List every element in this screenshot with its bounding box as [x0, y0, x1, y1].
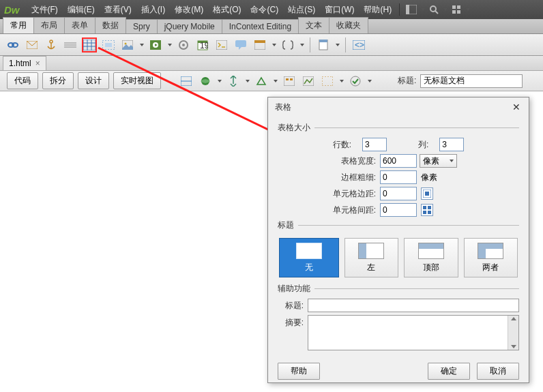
summary-label: 摘要:: [278, 315, 308, 329]
svg-rect-43: [284, 76, 295, 86]
cancel-button[interactable]: 取消: [477, 363, 519, 380]
header-left-option[interactable]: 左: [344, 238, 399, 277]
server-include-icon[interactable]: [214, 37, 229, 52]
scrollbar[interactable]: [508, 316, 518, 350]
templates-icon[interactable]: [316, 37, 331, 52]
cellspacing-input[interactable]: [380, 203, 417, 217]
table-dialog: 表格 ✕ 表格大小 行数: 列: 表格宽度: 像素 边框粗细: 像素 单元格边距…: [267, 97, 529, 383]
caption-input[interactable]: [308, 299, 519, 312]
svg-rect-35: [254, 40, 265, 43]
menu-edit[interactable]: 编辑(E): [63, 4, 100, 16]
width-input[interactable]: [380, 154, 417, 168]
app-logo: Dw: [4, 4, 20, 16]
page-title-input[interactable]: [420, 74, 523, 88]
head-icon[interactable]: [252, 37, 267, 52]
svg-rect-7: [457, 10, 460, 14]
menu-modify[interactable]: 修改(M): [170, 4, 208, 16]
cols-input[interactable]: [439, 138, 464, 151]
svg-rect-45: [290, 78, 293, 80]
menu-commands[interactable]: 命令(C): [246, 4, 283, 16]
header-top-option[interactable]: 顶部: [404, 238, 458, 277]
livecode-icon[interactable]: [179, 74, 194, 89]
ok-button[interactable]: 确定: [428, 363, 470, 380]
hyperlink-icon[interactable]: [5, 37, 20, 52]
tab-forms[interactable]: 表单: [64, 17, 96, 33]
cols-label: 列:: [418, 139, 432, 151]
view-options-icon[interactable]: [301, 74, 316, 89]
menu-window[interactable]: 窗口(W): [320, 4, 359, 16]
cellpadding-label: 单元格边距:: [278, 188, 380, 200]
help-button[interactable]: 帮助: [278, 363, 320, 380]
menu-site[interactable]: 站点(S): [283, 4, 320, 16]
close-icon[interactable]: ×: [35, 59, 40, 68]
width-unit-select[interactable]: 像素: [420, 154, 457, 168]
script-icon[interactable]: [280, 37, 295, 52]
tab-favorites[interactable]: 收藏夹: [329, 17, 368, 33]
layout-icon[interactable]: [405, 3, 418, 16]
tab-layout[interactable]: 布局: [33, 17, 65, 33]
tab-jquery[interactable]: jQuery Mobile: [157, 19, 222, 33]
svg-rect-51: [425, 192, 429, 196]
dialog-title: 表格: [275, 102, 291, 113]
svg-line-3: [435, 11, 438, 14]
date-icon[interactable]: 19: [195, 37, 210, 52]
tab-spry[interactable]: Spry: [126, 19, 158, 33]
svg-rect-54: [423, 211, 426, 214]
menu-file[interactable]: 文件(F): [27, 4, 63, 16]
header-none-option[interactable]: 无: [279, 238, 339, 277]
media-icon[interactable]: [148, 37, 163, 52]
menu-view[interactable]: 查看(V): [100, 4, 136, 16]
header-both-option[interactable]: 两者: [464, 238, 518, 277]
preview-icon[interactable]: [254, 74, 269, 89]
div-icon[interactable]: [101, 37, 116, 52]
svg-rect-55: [428, 211, 431, 214]
view-live-button[interactable]: 实时视图: [113, 72, 161, 89]
svg-rect-44: [286, 78, 289, 80]
file-mgmt-icon[interactable]: [226, 74, 241, 89]
tab-text[interactable]: 文本: [298, 17, 329, 33]
tab-common[interactable]: 常用: [3, 17, 34, 33]
menu-format[interactable]: 格式(O): [208, 4, 246, 16]
inspect-icon[interactable]: [198, 74, 213, 89]
border-label: 边框粗细:: [278, 172, 380, 183]
email-link-icon[interactable]: [25, 37, 40, 52]
rows-label: 行数:: [333, 139, 355, 151]
border-input[interactable]: [380, 170, 417, 184]
widget-icon[interactable]: [176, 37, 191, 52]
svg-rect-53: [428, 206, 431, 209]
cellspacing-icon: [421, 204, 433, 216]
svg-rect-47: [322, 76, 333, 86]
tab-incontext[interactable]: InContext Editing: [222, 19, 299, 33]
cellpadding-input[interactable]: [380, 187, 417, 200]
tag-chooser-icon[interactable]: <>: [351, 37, 366, 52]
refresh-icon[interactable]: [282, 74, 297, 89]
document-tab[interactable]: 1.html ×: [3, 56, 46, 70]
cellpadding-icon: [421, 187, 433, 200]
table-icon[interactable]: [82, 37, 97, 52]
extend-icon[interactable]: [450, 3, 463, 16]
image-icon[interactable]: [120, 37, 135, 52]
summary-textarea[interactable]: [308, 315, 519, 350]
visual-aids-icon[interactable]: [320, 74, 335, 89]
svg-rect-16: [83, 40, 96, 50]
width-label: 表格宽度:: [278, 155, 380, 167]
title-label: 标题:: [398, 75, 416, 87]
check-icon[interactable]: [348, 74, 363, 89]
hr-icon[interactable]: [63, 37, 78, 52]
view-code-button[interactable]: 代码: [7, 72, 38, 89]
menu-help[interactable]: 帮助(H): [359, 4, 396, 16]
view-split-button[interactable]: 拆分: [42, 72, 74, 89]
svg-point-2: [430, 6, 436, 12]
view-design-button[interactable]: 设计: [78, 72, 109, 89]
search-icon[interactable]: [427, 3, 441, 16]
svg-point-11: [50, 40, 53, 43]
svg-rect-22: [105, 43, 112, 47]
svg-rect-52: [423, 206, 426, 209]
menu-insert[interactable]: 插入(I): [136, 4, 170, 16]
rows-input[interactable]: [362, 138, 387, 151]
dialog-close-button[interactable]: ✕: [511, 102, 522, 112]
tab-data[interactable]: 数据: [95, 17, 126, 33]
comment-icon[interactable]: [233, 37, 248, 52]
anchor-icon[interactable]: [44, 37, 59, 52]
svg-text:<>: <>: [355, 40, 364, 50]
